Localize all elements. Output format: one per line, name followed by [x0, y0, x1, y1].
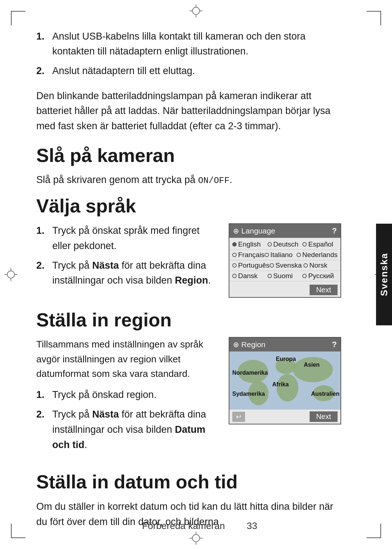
page-footer: Förbereda kameran 33: [29, 520, 370, 532]
heading-sla: Slå på kameran: [36, 144, 341, 167]
region-screen-mockup: ⊕ Region ?: [229, 337, 341, 424]
lang-russian: Русский: [302, 272, 338, 280]
footer-text: Förbereda kameran: [142, 520, 225, 532]
lang-nederlands: Nederlands: [297, 251, 338, 259]
language-screen-header: ⊕ Language ?: [229, 224, 340, 238]
region-label-afrika: Afrika: [272, 381, 289, 388]
intro-item-1: 1. Anslut USB-kabelns lilla kontakt till…: [36, 29, 341, 58]
valja-num-2: 2.: [36, 258, 52, 289]
intro-num-1: 1.: [36, 29, 52, 58]
language-screen-footer: Next: [229, 283, 340, 297]
language-next-button[interactable]: Next: [310, 285, 338, 295]
lang-row-1: English Deutsch Español: [229, 239, 340, 250]
region-screen: ⊕ Region ?: [229, 337, 341, 424]
radio-svenska: [270, 263, 274, 268]
region-label-australien: Australien: [311, 391, 339, 397]
region-two-col: Tillsammans med inställningen av språk a…: [36, 337, 341, 460]
lang-svenska: Svenska: [270, 261, 304, 269]
region-map-area: Europa Nordamerika Asien Afrika Sydameri…: [229, 351, 340, 410]
region-header-label: Region: [241, 340, 266, 349]
radio-norsk: [303, 263, 308, 268]
radio-suomi: [268, 274, 272, 278]
intro-text-2: Anslut nätadaptern till ett eluttag.: [52, 64, 341, 78]
svg-point-24: [277, 374, 298, 402]
lang-row-2: Français Italiano Nederlands: [229, 250, 340, 260]
side-tab: Svenska: [376, 224, 392, 325]
lang-norsk: Norsk: [303, 261, 338, 269]
lang-deutsch: Deutsch: [268, 240, 303, 248]
region-text-1: Tryck på önskad region.: [52, 387, 218, 403]
footer-page: 33: [247, 520, 257, 532]
crosshair-top: [189, 4, 203, 18]
radio-english: [232, 242, 237, 247]
valja-left: 1. Tryck på önskat språk med fingret ell…: [36, 223, 218, 296]
svg-point-10: [7, 271, 15, 278]
region-label-asien: Asien: [304, 362, 320, 368]
lang-row-3: Português Svenska Norsk: [229, 260, 340, 271]
corner-tr: [367, 11, 381, 25]
region-next-button[interactable]: Next: [310, 411, 338, 422]
heading-region: Ställa in region: [36, 309, 341, 331]
language-screen: ⊕ Language ? English Deutsch: [229, 223, 341, 298]
intro-item-2: 2. Anslut nätadaptern till ett eluttag.: [36, 64, 341, 78]
radio-italiano: [265, 253, 269, 257]
lang-row-4: Dansk Suomi Русский: [229, 271, 340, 281]
corner-bl: [11, 524, 25, 538]
crosshair-bottom: [189, 531, 203, 545]
lang-portugues: Português: [232, 261, 270, 269]
svg-point-0: [192, 7, 200, 15]
heading-valja: Välja språk: [36, 195, 341, 217]
language-options: English Deutsch Español: [229, 238, 340, 283]
sla-paragraph: Slå på skrivaren genom att trycka på ON/…: [36, 172, 341, 187]
crosshair-left: [4, 267, 18, 282]
lang-dansk: Dansk: [232, 272, 268, 280]
valja-list: 1. Tryck på önskat språk med fingret ell…: [36, 223, 218, 288]
heading-datum: Ställa in datum och tid: [36, 471, 341, 493]
radio-deutsch: [268, 242, 272, 247]
radio-nederlands: [297, 253, 301, 257]
region-help-icon: ?: [332, 340, 337, 349]
language-help-icon: ?: [332, 226, 337, 236]
lang-italiano: Italiano: [265, 251, 297, 259]
lang-english: English: [232, 240, 268, 248]
region-screen-footer: ↩ Next: [229, 410, 340, 424]
language-header-label: Language: [241, 227, 275, 235]
valja-screen: ⊕ Language ? English Deutsch: [229, 223, 341, 298]
region-num-1: 1.: [36, 387, 52, 403]
valja-item-2: 2. Tryck på Nästa för att bekräfta dina …: [36, 258, 218, 289]
intro-list: 1. Anslut USB-kabelns lilla kontakt till…: [36, 29, 341, 78]
region-text-2: Tryck på Nästa för att bekräfta dina ins…: [52, 407, 218, 453]
region-label-sydamerika: Sydamerika: [232, 391, 265, 397]
side-tab-label: Svenska: [379, 253, 390, 296]
region-screen-header: ⊕ Region ?: [229, 338, 340, 351]
radio-portugues: [232, 263, 237, 268]
region-label-europa: Europa: [276, 356, 296, 362]
intro-paragraph: Den blinkande batteriladdningslampan på …: [36, 89, 341, 134]
radio-francais: [232, 253, 237, 257]
valja-text-1: Tryck på önskat språk med fingret eller …: [52, 223, 218, 254]
region-item-2: 2. Tryck på Nästa för att bekräfta dina …: [36, 407, 218, 453]
valja-num-1: 1.: [36, 223, 52, 254]
svg-point-5: [192, 534, 200, 542]
region-globe-icon: ⊕: [233, 341, 239, 349]
region-label-nordamerika: Nordamerika: [232, 370, 268, 376]
radio-dansk: [232, 274, 237, 278]
region-num-2: 2.: [36, 407, 52, 453]
region-back-button[interactable]: ↩: [232, 412, 245, 422]
lang-espanol: Español: [302, 240, 338, 248]
region-list: 1. Tryck på önskad region. 2. Tryck på N…: [36, 387, 218, 452]
lang-francais: Français: [232, 251, 265, 259]
region-item-1: 1. Tryck på önskad region.: [36, 387, 218, 403]
valja-item-1: 1. Tryck på önskat språk med fingret ell…: [36, 223, 218, 254]
intro-text-1: Anslut USB-kabelns lilla kontakt till ka…: [52, 29, 341, 58]
radio-russian: [302, 274, 307, 278]
svg-point-25: [293, 357, 333, 382]
intro-num-2: 2.: [36, 64, 52, 78]
lang-suomi: Suomi: [268, 272, 303, 280]
globe-icon: ⊕: [233, 227, 239, 235]
corner-tl: [11, 11, 25, 25]
valja-text-2: Tryck på Nästa för att bekräfta dina ins…: [52, 258, 218, 289]
region-paragraph: Tillsammans med inställningen av språk a…: [36, 337, 218, 381]
valja-two-col: 1. Tryck på önskat språk med fingret ell…: [36, 223, 341, 298]
region-left: Tillsammans med inställningen av språk a…: [36, 337, 218, 460]
